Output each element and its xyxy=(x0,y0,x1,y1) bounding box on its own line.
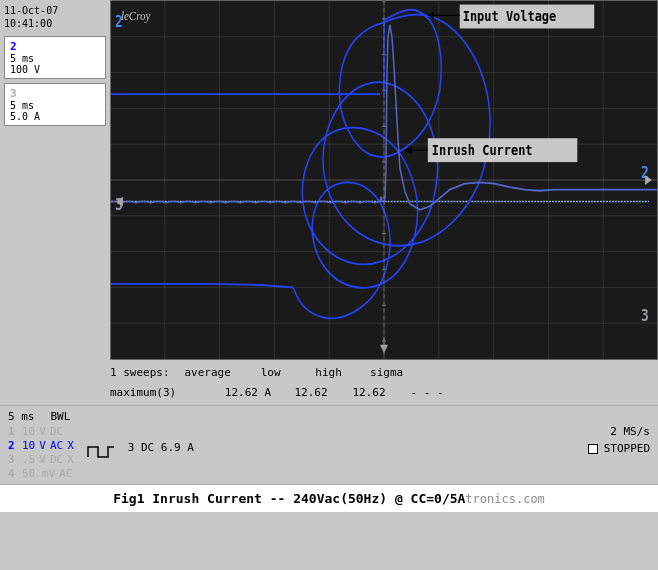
meas-avg-val: 12.62 A xyxy=(218,384,278,402)
ch1-row: 1 10 V DC xyxy=(8,425,74,438)
sweeps-label: 1 sweeps: xyxy=(110,364,170,382)
ch1-volts: 10 xyxy=(22,425,35,438)
ch3-row: 3 .5 V DC X xyxy=(8,453,74,466)
sigma-header: sigma xyxy=(362,364,412,382)
ch2-timebase: 5 ms xyxy=(10,53,100,64)
meas-sigma-val: - - - xyxy=(402,384,452,402)
sample-rate: 2 MS/s xyxy=(610,425,650,438)
ch1-unit: V xyxy=(39,425,46,438)
measurement-section: 1 sweeps: average low high sigma maximum… xyxy=(0,360,658,405)
left-panel: 11-Oct-07 10:41:00 2 5 ms 100 V 3 5 ms 5… xyxy=(0,0,110,360)
ch3-scale: 5.0 A xyxy=(10,111,100,122)
figure-caption: Fig1 Inrush Current -- 240Vac(50Hz) @ CC… xyxy=(0,484,658,512)
dc-label-section: 3 DC 6.9 A xyxy=(128,441,194,454)
ch3-unit: V xyxy=(39,453,46,466)
ch2-scale: 100 V xyxy=(10,64,100,75)
ch4-volts: 50 mV xyxy=(22,467,55,480)
low-header: low xyxy=(246,364,296,382)
ch3-label: 3 xyxy=(10,87,17,100)
ch3-coupling: DC xyxy=(50,453,63,466)
meas-row-label: maximum(3) xyxy=(110,384,210,402)
time-label: 10:41:00 xyxy=(4,17,106,30)
ch3-box: 3 5 ms 5.0 A xyxy=(4,83,106,126)
stopped-section: STOPPED xyxy=(588,442,650,455)
dc-label: 3 DC 6.9 A xyxy=(128,441,194,454)
svg-text:3: 3 xyxy=(641,307,649,324)
ch4-coupling: AC xyxy=(59,467,72,480)
status-label: STOPPED xyxy=(604,442,650,455)
avg-header: average xyxy=(178,364,238,382)
stopped-square-icon xyxy=(588,444,598,454)
ch2-volts: 10 xyxy=(22,439,35,452)
ch4-row: 4 50 mV AC xyxy=(8,467,74,480)
oscilloscope-display: 2 3 2 3 leCroy I xyxy=(110,0,658,360)
ch2-box: 2 5 ms 100 V xyxy=(4,36,106,79)
svg-text:Input Voltage: Input Voltage xyxy=(463,8,557,24)
ch2-row: 2 10 V AC X xyxy=(8,439,74,452)
top-section: 11-Oct-07 10:41:00 2 5 ms 100 V 3 5 ms 5… xyxy=(0,0,658,360)
ch3-volts: .5 xyxy=(22,453,35,466)
ch2-label: 2 xyxy=(10,40,17,53)
meas-low-val: 12.62 xyxy=(286,384,336,402)
ch3-num: 3 xyxy=(8,453,18,466)
fig-label: Fig1 Inrush Current -- 240Vac(50Hz) @ CC… xyxy=(113,491,465,506)
high-header: high xyxy=(304,364,354,382)
square-wave-section xyxy=(86,441,116,461)
timestamp: 11-Oct-07 10:41:00 xyxy=(4,4,106,30)
timebase-value: 5 ms xyxy=(8,410,35,423)
ch2-unit: V xyxy=(39,439,46,452)
svg-text:leCroy: leCroy xyxy=(121,8,151,23)
timebase-row: 5 ms BWL xyxy=(8,410,650,423)
bottom-controls: 5 ms BWL 1 10 V DC 2 10 V AC X xyxy=(0,405,658,484)
bwl-label: BWL xyxy=(51,410,71,423)
ch3-bw: X xyxy=(67,453,74,466)
main-container: 11-Oct-07 10:41:00 2 5 ms 100 V 3 5 ms 5… xyxy=(0,0,658,570)
date-label: 11-Oct-07 xyxy=(4,4,106,17)
ch2-num: 2 xyxy=(8,439,18,452)
ch4-num: 4 xyxy=(8,467,18,480)
channel-info: 1 10 V DC 2 10 V AC X 3 .5 V DC X xyxy=(8,425,74,480)
svg-text:Inrush Current: Inrush Current xyxy=(432,142,533,158)
ch1-coupling: DC xyxy=(50,425,63,438)
scope-svg: 2 3 2 3 leCroy I xyxy=(111,1,657,359)
site-label: tronics.com xyxy=(465,492,544,506)
ch2-coupling: AC xyxy=(50,439,63,452)
ch1-num: 1 xyxy=(8,425,18,438)
right-status: 2 MS/s STOPPED xyxy=(588,425,650,455)
meas-high-val: 12.62 xyxy=(344,384,394,402)
ch2-bw: X xyxy=(67,439,74,452)
square-wave-icon xyxy=(86,441,116,461)
ch3-timebase: 5 ms xyxy=(10,100,100,111)
